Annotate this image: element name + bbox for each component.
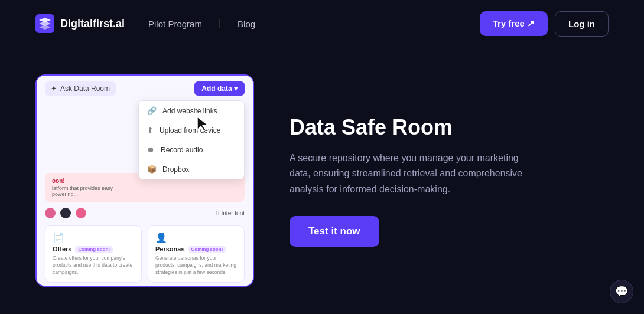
dropdown-add-website[interactable]: 🔗 Add website links (139, 101, 244, 120)
nav-buttons: Try free ↗ Log in (480, 11, 609, 37)
test-now-button[interactable]: Test it now (290, 216, 379, 247)
feature-description: A secure repository where you manage you… (290, 151, 538, 197)
dropbox-icon: 📦 (147, 165, 157, 174)
nav-separator: | (219, 18, 221, 29)
dropdown-add-website-label: Add website links (162, 107, 217, 115)
dropdown-record-audio[interactable]: ⏺ Record audio (139, 140, 244, 159)
color-row: Tt Inter font (45, 208, 245, 218)
logo-area: Digitalfirst.ai (35, 14, 125, 33)
personas-desc: Generate personas for your products, cam… (155, 255, 237, 276)
mockup-wrapper: ✦ Ask Data Room Add data ▾ 🔗 Add website… (35, 74, 254, 287)
navbar: Digitalfirst.ai Pilot Program | Blog Try… (0, 0, 644, 47)
add-data-button[interactable]: Add data ▾ (194, 81, 245, 96)
text-content: Data Safe Room A secure repository where… (290, 115, 609, 247)
main-content: ✦ Ask Data Room Add data ▾ 🔗 Add website… (0, 47, 644, 314)
record-icon: ⏺ (147, 145, 155, 154)
dropdown-dropbox[interactable]: 📦 Dropbox (139, 159, 244, 179)
offers-badge: Coming soon! (75, 246, 113, 253)
ask-icon: ✦ (51, 84, 57, 93)
offers-desc: Create offers for your company's product… (53, 255, 134, 276)
mockup-topbar: ✦ Ask Data Room Add data ▾ (37, 76, 253, 102)
logo-text: Digitalfirst.ai (60, 18, 125, 30)
login-button[interactable]: Log in (555, 11, 609, 37)
personas-badge: Coming soon! (188, 246, 226, 253)
mockup-inner: ✦ Ask Data Room Add data ▾ 🔗 Add website… (37, 76, 253, 286)
nav-links: Pilot Program | Blog (148, 18, 480, 29)
chat-bubble-button[interactable]: 💬 (610, 280, 633, 303)
offers-title: Offers Coming soon! (53, 246, 134, 253)
dropdown-upload-device[interactable]: ⬆ Upload from device (139, 120, 244, 140)
try-free-button[interactable]: Try free ↗ (480, 11, 548, 36)
upload-icon: ⬆ (147, 126, 154, 135)
offers-card: 📄 Offers Coming soon! Create offers for … (45, 225, 142, 283)
personas-title: Personas Coming soon! (155, 246, 237, 253)
color-dot-dark (60, 208, 71, 218)
ask-label: Ask Data Room (60, 84, 110, 93)
cursor-icon (196, 116, 212, 136)
chat-icon: 💬 (615, 285, 628, 298)
pink-desc: latform that provides easypowering... (52, 185, 238, 197)
font-label: Tt Inter font (214, 210, 245, 217)
color-dot-rose (76, 208, 86, 218)
nav-pilot-program[interactable]: Pilot Program (148, 19, 202, 29)
offers-icon: 📄 (53, 232, 134, 243)
logo-icon (35, 14, 54, 33)
dropdown-record-label: Record audio (161, 146, 203, 154)
link-icon: 🔗 (147, 106, 157, 115)
color-dot-pink (45, 208, 56, 218)
ask-data-room-btn[interactable]: ✦ Ask Data Room (45, 81, 116, 96)
nav-blog[interactable]: Blog (238, 19, 255, 29)
dropdown-dropbox-label: Dropbox (162, 165, 189, 174)
personas-card: 👤 Personas Coming soon! Generate persona… (148, 225, 245, 283)
mockup-cards: 📄 Offers Coming soon! Create offers for … (45, 225, 245, 283)
add-data-dropdown: 🔗 Add website links ⬆ Upload from device… (138, 100, 245, 179)
personas-icon: 👤 (155, 232, 237, 243)
page-title: Data Safe Room (290, 115, 609, 140)
